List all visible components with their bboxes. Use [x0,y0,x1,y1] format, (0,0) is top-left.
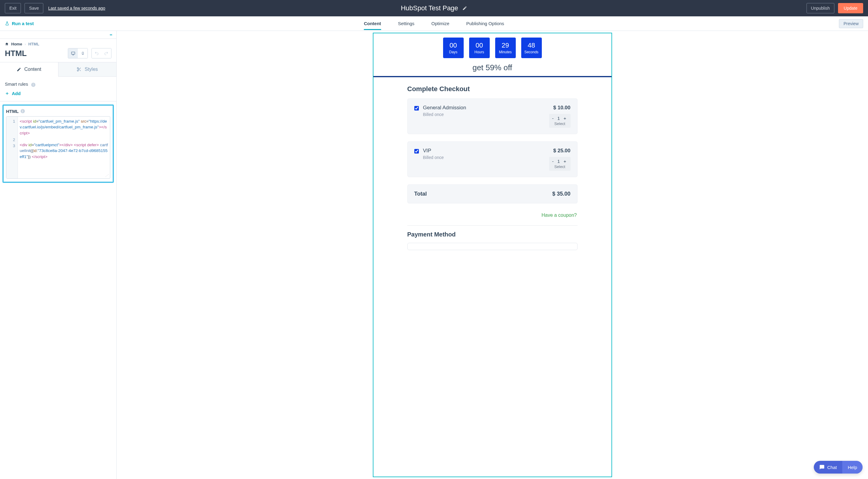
resize-handle-icon[interactable]: ⋰ [105,174,109,178]
info-icon[interactable]: i [21,109,25,113]
qty-plus[interactable]: + [564,116,567,121]
checkout-item: General Admission Billed once $ 10.00 - … [407,98,578,134]
info-icon[interactable]: i [31,83,35,87]
run-test-label: Run a test [12,21,34,26]
help-button[interactable]: Help [842,461,863,474]
divider [407,225,578,226]
item-price: $ 25.00 [549,148,570,154]
update-button[interactable]: Update [838,3,863,13]
sidebar-title: HTML [5,49,27,58]
scissors-icon [76,67,82,72]
countdown-seconds: 48Seconds [521,37,542,58]
item-name: VIP [423,148,545,154]
chat-label: Chat [827,465,837,470]
payment-method-title: Payment Method [407,231,578,238]
beaker-icon [5,21,9,26]
coupon-link[interactable]: Have a coupon? [407,210,578,223]
sidebar-tab-styles-label: Styles [85,67,98,72]
add-label: Add [12,91,21,96]
sidebar-tab-content[interactable]: Content [0,62,58,76]
gutter: 1 2 3 [6,117,18,178]
collapse-sidebar-icon[interactable] [108,33,113,37]
preview-button[interactable]: Preview [839,19,863,28]
countdown-banner: 00Days 00Hours 29Minutes 48Seconds get 5… [373,33,612,77]
tab-settings[interactable]: Settings [398,17,414,30]
breadcrumb-home[interactable]: Home [11,42,22,46]
breadcrumb: Home › HTML [0,39,116,46]
canvas-area: 00Days 00Hours 29Minutes 48Seconds get 5… [117,31,868,479]
checkout-section: Complete Checkout General Admission Bill… [373,77,612,256]
chat-button[interactable]: Chat [814,461,842,474]
total-row: Total $ 35.00 [407,184,578,203]
unpublish-button[interactable]: Unpublish [807,3,834,13]
item-billed: Billed once [423,112,545,117]
svg-rect-0 [71,52,74,54]
page-title-wrap: HubSpot Test Page [401,4,467,12]
svg-point-4 [77,70,79,71]
select-label: Select [552,121,567,126]
tab-content[interactable]: Content [364,17,381,30]
item-checkbox[interactable] [414,149,419,154]
edit-title-icon[interactable] [462,6,467,10]
sidebar-tab-content-label: Content [24,67,41,72]
add-smart-rule[interactable]: ＋ Add [5,91,112,96]
page-frame[interactable]: 00Days 00Hours 29Minutes 48Seconds get 5… [373,33,612,477]
html-editor-panel: HTML i 1 2 3 <script id="cartfuel_pm_fra… [2,104,114,183]
qty-minus[interactable]: - [552,116,555,121]
smart-rules-label: Smart rules [5,82,28,87]
total-value: $ 35.00 [552,191,570,197]
sidebar-tab-styles[interactable]: Styles [58,62,117,76]
mobile-view-button[interactable] [78,49,88,58]
undo-button[interactable] [92,49,101,58]
chat-icon [819,465,825,470]
countdown-hours: 00Hours [469,37,490,58]
top-bar: Exit Save Last saved a few seconds ago H… [0,0,868,17]
smart-rules-section: Smart rules i ＋ Add [0,76,116,101]
payment-method-box[interactable] [407,243,578,250]
tab-publishing-options[interactable]: Publishing Options [466,17,504,30]
chevron-right-icon: › [25,42,26,46]
html-code-editor[interactable]: 1 2 3 <script id="cartfuel_pm_frame.js" … [6,116,110,179]
total-label: Total [414,191,427,197]
redo-button[interactable] [101,49,111,58]
exit-button[interactable]: Exit [5,3,21,13]
checkout-item: VIP Billed once $ 25.00 - 1 + Select [407,141,578,177]
run-test-link[interactable]: Run a test [5,21,34,26]
countdown-days: 00Days [443,37,464,58]
plus-icon: ＋ [5,91,9,96]
help-fab: Chat Help [814,461,863,474]
item-checkbox[interactable] [414,106,419,110]
device-toggle [68,48,88,58]
item-price: $ 10.00 [549,105,570,111]
undo-redo-group [91,48,112,58]
pencil-icon [17,67,21,72]
svg-point-3 [77,67,79,69]
html-field-label: HTML [6,109,19,114]
home-icon [5,42,9,46]
nav-tabs: Content Settings Optimize Publishing Opt… [364,17,504,30]
sidebar: Home › HTML HTML [0,31,117,479]
item-name: General Admission [423,105,545,111]
checkout-title: Complete Checkout [407,85,578,93]
quantity-stepper[interactable]: - 1 + Select [549,114,570,128]
code-content[interactable]: <script id="cartfuel_pm_frame.js" src="h… [18,117,110,178]
tab-optimize[interactable]: Optimize [431,17,449,30]
desktop-view-button[interactable] [68,49,78,58]
discount-text: get 59% off [373,63,612,72]
sub-header: Run a test Content Settings Optimize Pub… [0,17,868,31]
select-label: Select [552,164,567,169]
quantity-stepper[interactable]: - 1 + Select [549,157,570,171]
svg-point-2 [83,54,83,54]
qty-plus[interactable]: + [564,159,567,164]
save-button[interactable]: Save [25,3,43,13]
last-saved-link[interactable]: Last saved a few seconds ago [48,6,105,10]
breadcrumb-current: HTML [28,42,39,46]
item-billed: Billed once [423,155,545,160]
qty-minus[interactable]: - [552,159,555,164]
countdown-minutes: 29Minutes [495,37,516,58]
page-title: HubSpot Test Page [401,4,458,12]
help-label: Help [848,465,857,470]
